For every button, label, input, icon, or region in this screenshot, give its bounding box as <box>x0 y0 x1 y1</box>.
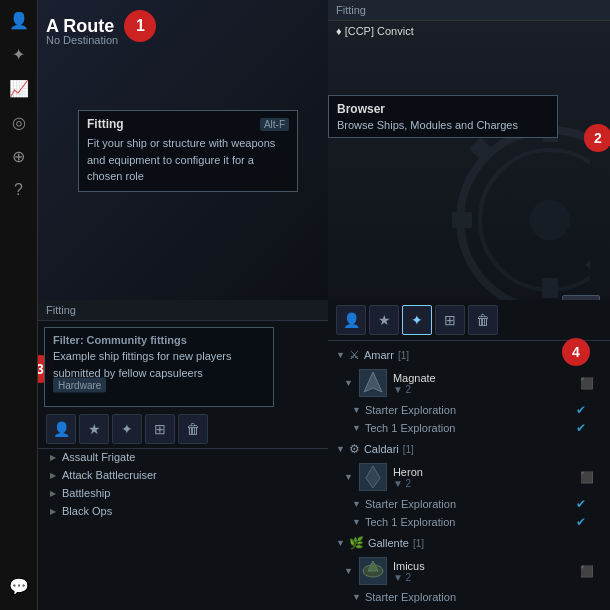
fitting-shortcut: Alt-F <box>260 118 289 131</box>
heron-starter-label: Starter Exploration <box>365 498 456 510</box>
tree-header-gallente[interactable]: ▼ 🌿 Gallente [1] <box>328 533 610 553</box>
ship-magnate[interactable]: ▼ Magnate ▼ 2 ⬛ <box>328 365 610 401</box>
fitting-tooltip-title: Fitting <box>87 117 124 131</box>
filter-tooltip: Filter: Community fittings Example ship … <box>44 327 274 407</box>
sidebar-network-icon[interactable]: ⊕ <box>3 140 35 172</box>
heron-tech1[interactable]: ▼ Tech 1 Exploration ✔ <box>328 513 610 531</box>
magnate-name: Magnate <box>393 372 574 384</box>
hardware-badge: Hardware <box>53 378 106 393</box>
ship-list-label: Assault Frigate <box>62 451 135 463</box>
magnate-thumb <box>359 369 387 397</box>
fitting-window-header: Fitting <box>328 0 610 21</box>
br-tab-wing[interactable]: ✦ <box>402 305 432 335</box>
slot-icon-heron: ⬛ <box>580 471 594 484</box>
bottom-left-title: Fitting <box>46 304 76 316</box>
sidebar-chat-icon[interactable]: 💬 <box>3 570 35 602</box>
browser-tooltip-title: Browser <box>337 102 549 116</box>
list-item-battleship[interactable]: ▶ Battleship <box>38 484 328 502</box>
slot-icon-magnate: ⬛ <box>580 377 594 390</box>
tab-star[interactable]: ★ <box>79 414 109 444</box>
browser-tooltip: Browser Browse Ships, Modules and Charge… <box>328 95 558 138</box>
tab-wing[interactable]: ✦ <box>112 414 142 444</box>
caldari-count: [1] <box>403 444 414 455</box>
fitting-tool-button[interactable]: 🔧 <box>562 295 600 300</box>
list-item-assault-frigate[interactable]: ▶ Assault Frigate <box>38 448 328 466</box>
badge-2: 2 <box>584 124 610 152</box>
imicus-starter[interactable]: ▼ Starter Exploration <box>328 589 610 605</box>
gallente-count: [1] <box>413 538 424 549</box>
amarr-count: [1] <box>398 350 409 361</box>
filter-text: Example ship fittings for new players su… <box>53 348 265 381</box>
caldari-label: Caldari <box>364 443 399 455</box>
expand-caldari: ▼ <box>336 444 345 454</box>
slot-icon-imicus: ⬛ <box>580 565 594 578</box>
ship-heron[interactable]: ▼ Heron ▼ 2 ⬛ <box>328 459 610 495</box>
expand-heron: ▼ <box>344 472 353 482</box>
imicus-starter-label: Starter Exploration <box>365 591 456 603</box>
heron-starter[interactable]: ▼ Starter Exploration ✔ <box>328 495 610 513</box>
badge-4: 4 <box>562 338 590 366</box>
tab-slots[interactable]: ⊞ <box>145 414 175 444</box>
br-tab-trash[interactable]: 🗑 <box>468 305 498 335</box>
svg-rect-7 <box>469 137 494 162</box>
br-tab-character[interactable]: 👤 <box>336 305 366 335</box>
sidebar-map-icon[interactable]: ✦ <box>3 38 35 70</box>
bottom-left-panel: Fitting 3 Filter: Community fittings Exa… <box>38 300 328 610</box>
tree-header-caldari[interactable]: ▼ ⚙ Caldari [1] <box>328 439 610 459</box>
tree-section-caldari: ▼ ⚙ Caldari [1] ▼ Heron ▼ 2 <box>328 439 610 531</box>
browser-tooltip-text: Browse Ships, Modules and Charges <box>337 119 549 131</box>
sidebar-chart-icon[interactable]: 📈 <box>3 72 35 104</box>
svg-point-2 <box>530 200 570 240</box>
expand-icon: ▶ <box>50 507 56 516</box>
expand-magnate: ▼ <box>344 378 353 388</box>
fitting-window-title: Fitting <box>336 4 366 16</box>
ship-list-label: Black Ops <box>62 505 112 517</box>
tab-character[interactable]: 👤 <box>46 414 76 444</box>
heron-tech1-label: Tech 1 Exploration <box>365 516 456 528</box>
heron-name: Heron <box>393 466 574 478</box>
sub-expand: ▼ <box>352 499 361 509</box>
bottom-right-panel: 👤 ★ ✦ ⊞ 🗑 4 ▼ ⚔ Amarr [1] ▼ <box>328 300 610 610</box>
check-icon: ✔ <box>576 497 586 511</box>
route-area: A Route 1 No Destination Fitting Alt-F F… <box>38 0 328 300</box>
check-icon: ✔ <box>576 403 586 417</box>
bottom-section: Fitting 3 Filter: Community fittings Exa… <box>38 300 610 610</box>
ship-imicus[interactable]: ▼ Imicus ▼ 2 ⬛ <box>328 553 610 589</box>
sidebar-help-icon[interactable]: ? <box>3 174 35 206</box>
caldari-icon: ⚙ <box>349 442 360 456</box>
ship-list-label: Battleship <box>62 487 110 499</box>
magnate-tech1-label: Tech 1 Exploration <box>365 422 456 434</box>
magnate-tech1[interactable]: ▼ Tech 1 Exploration ✔ <box>328 419 610 437</box>
sub-expand: ▼ <box>352 405 361 415</box>
list-item-black-ops[interactable]: ▶ Black Ops <box>38 502 328 520</box>
amarr-icon: ⚔ <box>349 348 360 362</box>
magnate-starter-label: Starter Exploration <box>365 404 456 416</box>
bottom-left-header: Fitting <box>38 300 328 321</box>
sub-expand: ▼ <box>352 592 361 602</box>
gallente-icon: 🌿 <box>349 536 364 550</box>
fitting-window-player: ♦ [CCP] Convict <box>328 21 610 39</box>
imicus-info: Imicus ▼ 2 <box>393 560 574 583</box>
bottom-left-tabs: 👤 ★ ✦ ⊞ 🗑 <box>38 410 328 449</box>
svg-marker-10 <box>366 466 380 488</box>
fitting-tooltip-header: Fitting Alt-F <box>87 117 289 131</box>
br-tab-star[interactable]: ★ <box>369 305 399 335</box>
heron-thumb <box>359 463 387 491</box>
sidebar-target-icon[interactable]: ◎ <box>3 106 35 138</box>
tab-trash[interactable]: 🗑 <box>178 414 208 444</box>
sidebar-character-icon[interactable]: 👤 <box>3 4 35 36</box>
check-icon: ✔ <box>576 515 586 529</box>
fitting-window: Fitting ♦ [CCP] Convict Browser Browse S… <box>328 0 610 300</box>
expand-gallente: ▼ <box>336 538 345 548</box>
check-icon: ✔ <box>576 421 586 435</box>
magnate-starter[interactable]: ▼ Starter Exploration ✔ <box>328 401 610 419</box>
svg-rect-4 <box>542 278 558 298</box>
expand-icon: ▶ <box>50 471 56 480</box>
expand-imicus: ▼ <box>344 566 353 576</box>
sub-expand: ▼ <box>352 423 361 433</box>
sidebar: 👤 ✦ 📈 ◎ ⊕ ? 💬 <box>0 0 38 610</box>
imicus-name: Imicus <box>393 560 574 572</box>
list-item-attack-battlecruiser[interactable]: ▶ Attack Battlecruiser <box>38 466 328 484</box>
br-tab-slots[interactable]: ⊞ <box>435 305 465 335</box>
heron-info: Heron ▼ 2 <box>393 466 574 489</box>
